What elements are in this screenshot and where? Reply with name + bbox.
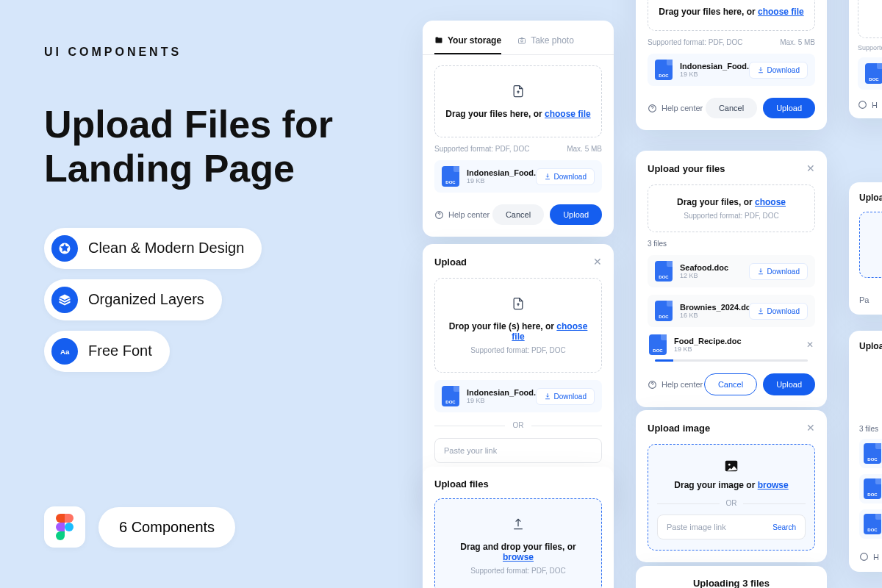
download-button[interactable]: Download (536, 388, 595, 405)
doc-file-icon: DOC (864, 478, 881, 499)
card-uploading: Uploading 3 files (636, 566, 827, 588)
tab-your-storage[interactable]: Your storage (434, 29, 501, 54)
help-center-link[interactable]: Help center (434, 210, 490, 220)
search-link[interactable]: Search (772, 523, 796, 531)
upload-button[interactable]: Upload (550, 204, 602, 225)
card-title: Upload your files (648, 163, 725, 174)
file-count: 3 files (648, 240, 815, 248)
file-row: DOC Brownies_2024.doc16 KB Download (648, 295, 815, 327)
or-divider: OR (434, 421, 602, 429)
link-input[interactable]: Paste your link (434, 438, 602, 463)
dropzone-text: Drag your files here, or choose file (444, 109, 592, 119)
doc-file-icon: DOC (864, 443, 881, 464)
download-button[interactable]: Download (749, 303, 808, 320)
close-icon[interactable]: ✕ (806, 422, 815, 434)
svg-rect-3 (519, 39, 526, 44)
feature-label: Organized Layers (88, 291, 204, 308)
feature-pill-design: Clean & Modern Design (44, 228, 262, 269)
card-partial-top: Drag your files here, or choose file Sup… (636, 0, 827, 130)
close-icon[interactable]: ✕ (593, 256, 602, 268)
svg-point-11 (859, 101, 867, 109)
dropzone-text: Drag your image or browse (657, 480, 806, 490)
help-icon (648, 104, 657, 113)
doc-file-icon: DOC (864, 514, 881, 534)
download-button[interactable]: Download (749, 263, 808, 280)
svg-point-12 (861, 553, 868, 561)
upload-button[interactable]: Upload (763, 98, 815, 118)
help-center-link[interactable]: Help center (648, 380, 703, 390)
edge-card-3: Uploa 3 files DOC DOC DOC H (849, 331, 882, 572)
doc-file-icon: DOC (655, 301, 673, 321)
hero-title: Upload Files for Landing Page (44, 103, 382, 191)
download-icon (544, 392, 551, 400)
star-icon (51, 235, 78, 262)
dropzone[interactable]: Drop your file (s) here, or choose file … (434, 278, 602, 373)
help-center-link[interactable]: Help center (648, 104, 703, 113)
choose-link[interactable]: choose (755, 197, 786, 207)
download-icon (757, 307, 764, 315)
edge-card-1: Supporte DOC H (849, 0, 882, 118)
supported-format: Supported format: PDF, DOC (657, 212, 806, 220)
doc-file-icon: DOC (442, 166, 459, 187)
choose-file-link[interactable]: choose file (758, 7, 804, 17)
doc-file-icon: DOC (649, 334, 667, 355)
download-icon (757, 66, 764, 74)
card-title: Upload image (648, 423, 710, 434)
card-upload-your-files: Upload your files ✕ Drag your files, or … (636, 151, 827, 407)
cancel-button[interactable]: Cancel (704, 373, 757, 395)
download-icon (757, 268, 764, 275)
svg-point-4 (521, 40, 523, 42)
feature-pill-layers: Organized Layers (44, 279, 222, 320)
browse-link[interactable]: browse (758, 480, 789, 490)
kicker: UI COMPONENTS (44, 46, 382, 59)
dropzone[interactable]: Drag your files, or choose Supported for… (648, 184, 815, 232)
close-icon[interactable]: ✕ (806, 162, 815, 174)
download-button[interactable]: Download (749, 62, 808, 79)
dropzone-text: Drag your files, or choose (657, 197, 806, 207)
help-icon (648, 380, 657, 390)
cancel-button[interactable]: Cancel (492, 204, 544, 225)
card-upload-image: Upload image ✕ Drag your image or browse… (636, 410, 827, 562)
dropzone[interactable]: Drag your files here, or choose file (648, 0, 815, 31)
card-upload-files: Upload files Drag and drop your files, o… (423, 467, 614, 588)
dropzone-text: Drag and drop your files, or browse (444, 542, 592, 562)
upload-button[interactable]: Upload (763, 373, 815, 395)
doc-file-icon: DOC (865, 63, 882, 84)
dropzone[interactable]: Drag and drop your files, or browse Supp… (434, 498, 602, 588)
components-count: 6 Components (98, 507, 235, 548)
tab-take-photo[interactable]: Take photo (517, 29, 574, 54)
file-size: 19 KB (680, 71, 742, 78)
download-icon (544, 173, 551, 180)
doc-file-icon: DOC (655, 60, 673, 80)
file-size: 19 KB (467, 177, 528, 184)
or-divider: OR (657, 499, 806, 507)
browse-link[interactable]: browse (503, 552, 534, 562)
upload-arrow-icon (511, 517, 526, 531)
supported-format: Supported format: PDF, DOC (434, 145, 530, 153)
file-row: DOC Seafood.doc12 KB Download (648, 255, 815, 287)
image-icon (723, 458, 739, 474)
file-upload-icon (511, 84, 526, 98)
svg-point-10 (728, 464, 731, 466)
file-name: Indonesian_Food.doc (467, 168, 528, 177)
supported-format: Supported format: PDF, DOC (444, 346, 592, 354)
upload-progress (655, 359, 808, 362)
feature-pill-font: Aa Free Font (44, 331, 170, 372)
help-icon (859, 552, 869, 562)
file-row: DOC Indonesian_Food.doc 19 KB Download (434, 160, 602, 193)
image-dropzone[interactable]: Drag your image or browse OR Paste image… (648, 444, 815, 551)
file-size: 19 KB (467, 397, 528, 404)
card-title: Uploading 3 files (693, 578, 770, 588)
choose-file-link[interactable]: choose file (545, 109, 591, 119)
remove-file-icon[interactable]: ✕ (806, 340, 814, 350)
dropzone-text: Drag your files here, or choose file (657, 7, 806, 17)
doc-file-icon: DOC (442, 386, 459, 406)
download-button[interactable]: Download (536, 168, 595, 185)
cancel-button[interactable]: Cancel (706, 98, 757, 118)
file-row: DOC Indonesian_Food.doc 19 KB Download (434, 380, 602, 412)
help-icon (434, 210, 444, 220)
image-link-input[interactable]: Paste image link Search (657, 514, 806, 539)
file-upload-icon (511, 296, 526, 311)
dropzone[interactable]: Drag your files here, or choose file (434, 65, 602, 137)
layers-icon (51, 287, 78, 313)
